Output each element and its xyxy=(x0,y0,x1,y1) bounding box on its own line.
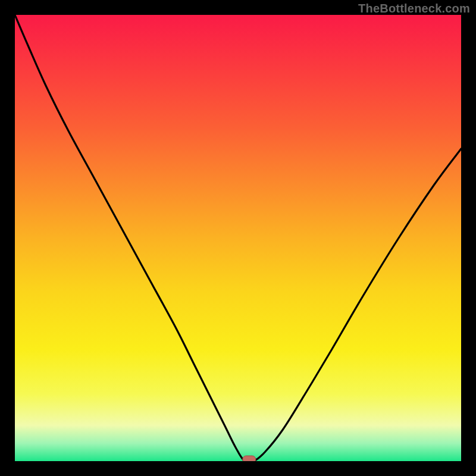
optimum-marker xyxy=(243,456,256,461)
bottleneck-curve xyxy=(15,15,461,461)
plot-area xyxy=(15,15,461,461)
chart-frame: TheBottleneck.com xyxy=(0,0,476,476)
chart-svg xyxy=(15,15,461,461)
watermark-text: TheBottleneck.com xyxy=(358,2,470,15)
